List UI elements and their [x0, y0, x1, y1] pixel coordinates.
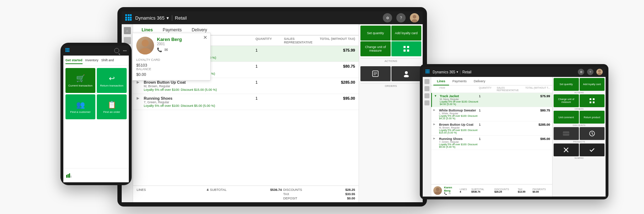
tablet-small-screen: Dynamics 365 ▾ | Retail ⚙ ? [423, 67, 606, 197]
ts-table-row[interactable]: ▶ Brown Button Up Coat M, Brown, Regular… [431, 121, 552, 136]
d365-topbar: Dynamics 365 ▾ | Retail ⚙ ? [122, 11, 423, 24]
ts-products-label: PRODUCTS [554, 141, 605, 143]
ts-email-icon[interactable]: ✉ [449, 192, 451, 195]
ts-nav-4[interactable] [424, 100, 429, 105]
phone-topbar: ••• [63, 46, 129, 56]
tablet-small: Dynamics 365 ▾ | Retail ⚙ ? [420, 64, 608, 199]
ts-waffle-icon[interactable] [426, 69, 431, 74]
customer-id: 2001 [157, 42, 182, 46]
ts-user-avatar[interactable] [596, 69, 603, 75]
phone-icon[interactable]: 📞 [157, 47, 162, 52]
person-icon-btn[interactable] [391, 66, 422, 81]
ts-actions-grid-3: Unit comment Return product [554, 111, 605, 124]
svg-rect-23 [593, 98, 595, 100]
phone-footer-bar [63, 168, 129, 182]
user-avatar[interactable] [410, 13, 419, 22]
ts-title-area: Dynamics 365 ▾ | Retail [433, 69, 471, 74]
order-icon: 📋 [107, 100, 116, 109]
ts-discounts-label: DISCOUNTS [554, 124, 605, 126]
ts-transaction-options-btn[interactable] [580, 127, 605, 140]
pos-footer: LINES 4 SUBTOTAL $536.74 DISCOUNTS $28.2… [133, 186, 359, 202]
item-detail: Brown Button Up Coat M, Brown, Regular L… [144, 80, 255, 92]
balance-label: BALANCE [136, 67, 151, 71]
ts-return-product-btn[interactable]: Return product [580, 111, 605, 124]
balance-row: $0.00 [136, 72, 207, 77]
ts-nav-2[interactable] [424, 86, 429, 91]
actions-label-strip: ACTIONS [359, 58, 423, 65]
phone-more-icon[interactable]: ••• [123, 49, 127, 53]
actions-top-grid: Set quantity Add loyalty card Change uni… [359, 24, 423, 58]
ts-numpad-label: NUMPAD [554, 157, 605, 159]
phone-tile-find-customer[interactable]: 👥 Find a customer [65, 94, 95, 119]
customer-details: Karen Berg 2001 📞 ✉ [157, 37, 182, 52]
ts-icon-btn-1[interactable] [580, 94, 605, 107]
tile-label: Current transaction [68, 84, 93, 87]
action-icon-btn-1[interactable] [391, 41, 422, 56]
app-title-area[interactable]: Dynamics 365 ▾ | Retail [135, 15, 187, 21]
customer-avatar [136, 37, 154, 54]
change-unit-btn[interactable]: Change unit of measure [360, 41, 391, 56]
ts-chevron-right-3: ▶ [433, 137, 439, 140]
ts-tab-payments[interactable]: Payments [449, 78, 470, 85]
dropdown-icon[interactable]: ▾ [167, 15, 169, 21]
ts-nav-3[interactable] [424, 93, 429, 98]
ts-nav-home[interactable] [424, 79, 429, 84]
app-title: Dynamics 365 [135, 15, 164, 21]
pos-content: ⌂ Lines Payments Delivery ITEM QUANTITY … [122, 24, 423, 202]
ts-tab-lines[interactable]: Lines [433, 78, 449, 85]
item-qty: 1 [255, 64, 284, 68]
settings-icon[interactable]: ⚙ [383, 13, 392, 22]
ts-table-row[interactable]: ▶ White Buttonup Sweater L, White, Regul… [431, 107, 552, 121]
svg-point-13 [404, 75, 409, 77]
svg-point-21 [434, 192, 441, 195]
phone-tile-current-transaction[interactable]: 🛒 Current transaction [65, 68, 95, 93]
phone-tile-return-transaction[interactable]: ↩ Return transaction [97, 68, 127, 93]
orders-icon-btn[interactable] [360, 66, 391, 81]
ts-add-loyalty-btn[interactable]: Add loyalty card [580, 78, 605, 91]
ts-gift-cards-btn[interactable] [554, 127, 579, 140]
ts-phone-icon[interactable]: 📞 [444, 192, 447, 195]
add-loyalty-btn[interactable]: Add loyalty card [391, 26, 422, 41]
col-qty: QUANTITY [255, 37, 284, 44]
ts-chevron-down: ▼ [434, 94, 440, 98]
svg-point-2 [142, 40, 149, 47]
ts-help-icon[interactable]: ? [587, 69, 593, 75]
ts-voids-btn[interactable] [554, 143, 579, 156]
item-price: $95.00 [320, 96, 355, 100]
svg-point-12 [405, 71, 408, 74]
ts-discounts: DISCOUNTS $28.25 [494, 188, 514, 193]
item-price: $75.99 [320, 48, 355, 52]
phone-tab-inventory[interactable]: Inventory [85, 58, 99, 64]
phone-waffle-icon[interactable] [65, 48, 70, 53]
home-icon[interactable]: ⌂ [124, 27, 131, 34]
ts-payments: PAYMENTS $0.00 [533, 188, 550, 193]
svg-rect-6 [403, 49, 406, 52]
item-qty: 1 [255, 96, 284, 100]
ts-change-unit-btn[interactable]: Change unit of measure [554, 94, 579, 107]
phone-search-icon[interactable] [114, 48, 119, 53]
ts-tax-overrides-btn[interactable] [580, 143, 605, 156]
ts-table-row[interactable]: ▼ Track Jacket M, Navy, Regular Loyalty … [431, 93, 552, 107]
email-icon[interactable]: ✉ [164, 47, 168, 52]
ts-app-name: Dynamics 365 [433, 70, 455, 74]
phone-tab-shift[interactable]: Shift and [101, 58, 114, 64]
phone-tile-find-order[interactable]: 📋 Find an order [97, 94, 127, 119]
phone-tab-getstarted[interactable]: Get started [65, 58, 83, 64]
ts-unit-comment-btn[interactable]: Unit comment [554, 111, 579, 124]
set-quantity-btn[interactable]: Set quantity [360, 26, 391, 41]
ts-actions-grid-1: Set quantity Add loyalty card [554, 78, 605, 91]
table-row[interactable]: ▶ Running Shoes 7, Green, Regular Loyalt… [133, 94, 359, 110]
ts-set-quantity-btn[interactable]: Set quantity [554, 78, 579, 91]
ts-tab-delivery[interactable]: Delivery [470, 78, 489, 85]
col-rep: SALES REPRESENTATIVE [284, 37, 320, 44]
waffle-icon[interactable] [125, 14, 132, 21]
close-customer-btn[interactable]: ✕ [203, 35, 207, 40]
ts-settings-icon[interactable]: ⚙ [578, 69, 584, 75]
topbar-icons: ⚙ ? [383, 13, 419, 22]
svg-rect-4 [403, 46, 406, 48]
help-icon[interactable]: ? [396, 13, 406, 22]
deposit: DEPOSIT $0.00 [283, 197, 355, 200]
ts-table-row[interactable]: ▶ Running Shoes 7, Green, Regular Loyalt… [431, 136, 552, 150]
customer-name: Karen Berg [157, 37, 182, 42]
item-price: $80.75 [320, 64, 355, 68]
